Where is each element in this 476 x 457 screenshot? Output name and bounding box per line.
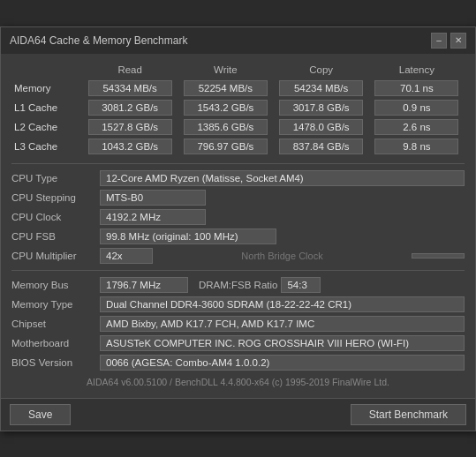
col-header-latency: Latency [369, 63, 465, 79]
table-row: L2 Cache1527.8 GB/s1385.6 GB/s1478.0 GB/… [11, 117, 465, 137]
north-bridge-value [412, 253, 465, 258]
col-header-empty [11, 63, 82, 79]
minimize-button[interactable]: – [431, 33, 447, 49]
bios-row: BIOS Version 0066 (AGESA: Combo-AM4 1.0.… [11, 354, 465, 371]
dram-fsb-value: 54:3 [281, 277, 321, 293]
bios-label: BIOS Version [11, 357, 100, 368]
table-row: L1 Cache3081.2 GB/s1543.2 GB/s3017.8 GB/… [11, 98, 465, 117]
row-latency: 0.9 ns [369, 98, 465, 117]
row-read: 3081.2 GB/s [82, 98, 178, 117]
cpu-stepping-value: MTS-B0 [100, 190, 206, 206]
row-read: 54334 MB/s [82, 79, 178, 98]
value-box-copy: 837.84 GB/s [279, 139, 363, 154]
row-label: L3 Cache [11, 137, 82, 156]
cpu-type-value: 12-Core AMD Ryzen (Matisse, Socket AM4) [100, 170, 465, 186]
cpu-fsb-label: CPU FSB [11, 231, 100, 242]
window-title: AIDA64 Cache & Memory Benchmark [10, 34, 187, 47]
content-area: Read Write Copy Latency Memory54334 MB/s… [1, 54, 475, 398]
value-box-write: 52254 MB/s [184, 80, 268, 96]
footer-text: AIDA64 v6.00.5100 / BenchDLL 4.4.800-x64… [11, 373, 465, 393]
cpu-multiplier-value: 42x [100, 248, 153, 264]
motherboard-row: Motherboard ASUSTeK COMPUTER INC. ROG CR… [11, 334, 465, 352]
value-box-read: 3081.2 GB/s [88, 100, 172, 116]
row-copy: 837.84 GB/s [274, 137, 369, 156]
value-box-write: 1543.2 GB/s [184, 100, 268, 116]
cpu-fsb-value: 99.8 MHz (original: 100 MHz) [100, 228, 276, 244]
memory-type-row: Memory Type Dual Channel DDR4-3600 SDRAM… [11, 296, 465, 313]
value-box-write: 1385.6 GB/s [184, 119, 268, 135]
value-box-latency: 2.6 ns [374, 119, 458, 135]
table-row: L3 Cache1043.2 GB/s796.97 GB/s837.84 GB/… [11, 137, 465, 156]
memory-bus-row: Memory Bus 1796.7 MHz DRAM:FSB Ratio 54:… [11, 276, 465, 294]
value-box-latency: 9.8 ns [374, 139, 458, 154]
north-bridge-label: North Bridge Clock [153, 251, 412, 261]
col-header-copy: Copy [274, 63, 369, 79]
divider-1 [11, 163, 465, 164]
memory-bus-label: Memory Bus [11, 280, 100, 290]
row-label: L1 Cache [11, 98, 82, 117]
bottom-bar: Save Start Benchmark [1, 398, 475, 431]
row-latency: 9.8 ns [369, 137, 465, 156]
start-benchmark-button[interactable]: Start Benchmark [351, 404, 466, 425]
cpu-stepping-label: CPU Stepping [11, 192, 100, 203]
title-bar: AIDA64 Cache & Memory Benchmark – ✕ [1, 27, 475, 54]
value-box-latency: 70.1 ns [374, 80, 458, 96]
divider-2 [11, 270, 465, 271]
title-bar-buttons: – ✕ [431, 33, 466, 49]
row-read: 1043.2 GB/s [82, 137, 178, 156]
value-box-copy: 3017.8 GB/s [279, 100, 363, 116]
row-copy: 1478.0 GB/s [274, 117, 369, 137]
bios-value: 0066 (AGESA: Combo-AM4 1.0.0.2) [100, 355, 465, 371]
cpu-multiplier-label: CPU Multiplier [11, 251, 100, 261]
main-window: AIDA64 Cache & Memory Benchmark – ✕ Read… [0, 26, 476, 431]
value-box-write: 796.97 GB/s [184, 139, 268, 154]
row-latency: 2.6 ns [369, 117, 465, 137]
chipset-label: Chipset [11, 318, 100, 329]
close-button[interactable]: ✕ [450, 33, 466, 49]
memory-type-value: Dual Channel DDR4-3600 SDRAM (18-22-22-4… [100, 296, 465, 312]
col-header-write: Write [178, 63, 273, 79]
save-button[interactable]: Save [10, 404, 71, 425]
cpu-stepping-row: CPU Stepping MTS-B0 [11, 189, 465, 206]
value-box-read: 54334 MB/s [88, 80, 172, 96]
row-read: 1527.8 GB/s [82, 117, 178, 137]
value-box-copy: 1478.0 GB/s [279, 119, 363, 135]
col-header-read: Read [82, 63, 178, 79]
motherboard-label: Motherboard [11, 338, 100, 348]
row-copy: 3017.8 GB/s [274, 98, 369, 117]
row-copy: 54234 MB/s [274, 79, 369, 98]
cpu-type-label: CPU Type [11, 173, 100, 184]
cpu-clock-label: CPU Clock [11, 212, 100, 222]
row-label: Memory [11, 79, 82, 98]
motherboard-value: ASUSTeK COMPUTER INC. ROG CROSSHAIR VIII… [100, 335, 465, 351]
value-box-read: 1527.8 GB/s [88, 119, 172, 135]
value-box-copy: 54234 MB/s [279, 80, 363, 96]
benchmark-table: Read Write Copy Latency Memory54334 MB/s… [11, 63, 465, 156]
value-box-latency: 0.9 ns [374, 100, 458, 116]
cpu-type-row: CPU Type 12-Core AMD Ryzen (Matisse, Soc… [11, 169, 465, 187]
row-write: 1543.2 GB/s [178, 98, 273, 117]
chipset-row: Chipset AMD Bixby, AMD K17.7 FCH, AMD K1… [11, 315, 465, 333]
row-write: 1385.6 GB/s [178, 117, 273, 137]
row-write: 52254 MB/s [178, 79, 273, 98]
row-label: L2 Cache [11, 117, 82, 137]
memory-bus-value: 1796.7 MHz [100, 277, 188, 293]
dram-fsb-label: DRAM:FSB Ratio [199, 280, 277, 290]
cpu-info-section: CPU Type 12-Core AMD Ryzen (Matisse, Soc… [11, 169, 465, 265]
table-row: Memory54334 MB/s52254 MB/s54234 MB/s70.1… [11, 79, 465, 98]
chipset-value: AMD Bixby, AMD K17.7 FCH, AMD K17.7 IMC [100, 316, 465, 332]
row-write: 796.97 GB/s [178, 137, 273, 156]
row-latency: 70.1 ns [369, 79, 465, 98]
cpu-fsb-row: CPU FSB 99.8 MHz (original: 100 MHz) [11, 228, 465, 245]
memory-type-label: Memory Type [11, 299, 100, 310]
cpu-multiplier-row: CPU Multiplier 42x North Bridge Clock [11, 247, 465, 265]
cpu-clock-row: CPU Clock 4192.2 MHz [11, 208, 465, 226]
memory-info-section: Memory Bus 1796.7 MHz DRAM:FSB Ratio 54:… [11, 276, 465, 371]
value-box-read: 1043.2 GB/s [88, 139, 172, 154]
cpu-clock-value: 4192.2 MHz [100, 209, 206, 225]
